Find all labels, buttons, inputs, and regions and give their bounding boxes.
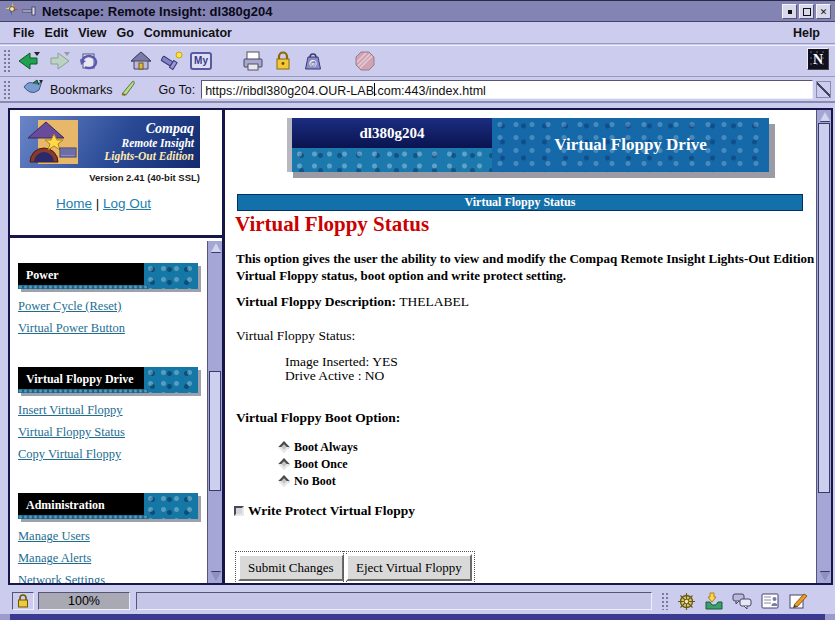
grip-handle[interactable] — [3, 80, 11, 98]
resize-corner[interactable] — [825, 614, 835, 620]
write-protect-checkbox[interactable] — [234, 506, 244, 516]
status-label: Virtual Floppy Status: — [236, 328, 355, 344]
status-bar: 100% — [0, 588, 835, 614]
nav-section-administration: Administration — [18, 493, 198, 519]
brand-text: Compaq Remote Insight Lights-Out Edition — [78, 116, 200, 168]
stop-icon[interactable] — [350, 47, 380, 75]
status-drive-active: Drive Active : NO — [285, 368, 384, 384]
sidebar-link-network-settings[interactable]: Network Settings — [18, 573, 105, 583]
netscape-logo[interactable]: N — [807, 48, 829, 70]
radio-icon — [278, 458, 289, 469]
print-icon[interactable] — [238, 47, 268, 75]
sidebar-nav-frame: Power Power Cycle (Reset) Virtual Power … — [10, 241, 207, 583]
home-link[interactable]: Home — [56, 196, 92, 211]
minimize-button[interactable] — [782, 4, 797, 19]
sidebar-top-frame: Compaq Remote Insight Lights-Out Edition… — [10, 110, 222, 238]
titlebar[interactable]: Netscape: Remote Insight: dl380g204 ✕ — [0, 0, 835, 22]
grip-handle[interactable] — [3, 49, 11, 73]
description-label: Virtual Floppy Description: — [236, 294, 396, 309]
quill-icon[interactable] — [119, 79, 137, 101]
eject-virtual-floppy-button[interactable]: Eject Virtual Floppy — [346, 554, 472, 581]
back-icon[interactable] — [14, 47, 44, 75]
session-links: Home | Log Out — [56, 196, 151, 211]
radio-boot-always[interactable]: Boot Always — [280, 440, 358, 454]
submit-changes-button[interactable]: Submit Changes — [238, 554, 344, 581]
main-frame: dl380g204 Virtual Floppy Drive Virtual F… — [225, 110, 816, 583]
mailbox-icon[interactable] — [700, 591, 728, 611]
window-title: Netscape: Remote Insight: dl380g204 — [42, 4, 272, 19]
radio-no-boot[interactable]: No Boot — [280, 474, 336, 488]
menu-communicator[interactable]: Communicator — [139, 24, 237, 42]
bookmarks-label[interactable]: Bookmarks — [50, 83, 113, 97]
scroll-down-icon[interactable] — [818, 570, 831, 583]
goto-label: Go To: — [159, 83, 196, 97]
scroll-up-icon[interactable] — [209, 241, 222, 254]
sidebar-link-manage-users[interactable]: Manage Users — [18, 529, 90, 544]
close-button[interactable]: ✕ — [816, 4, 831, 19]
menu-edit[interactable]: Edit — [40, 24, 74, 42]
menu-view[interactable]: View — [73, 24, 111, 42]
version-label: Version 2.41 (40-bit SSL) — [20, 172, 200, 183]
home-icon[interactable] — [126, 47, 156, 75]
radio-icon — [278, 475, 289, 486]
menu-go[interactable]: Go — [111, 24, 138, 42]
section-title-bar: Virtual Floppy Status — [237, 194, 803, 211]
frameset: Compaq Remote Insight Lights-Out Edition… — [8, 108, 833, 585]
scrollbar-thumb[interactable] — [209, 371, 221, 491]
window-bottom-edge — [0, 614, 835, 620]
page-banner: dl380g204 Virtual Floppy Drive — [287, 118, 769, 172]
banner-texture — [292, 148, 492, 172]
resize-corner[interactable] — [0, 614, 10, 620]
brand-graphic-icon — [24, 120, 78, 168]
scroll-up-icon[interactable] — [818, 110, 831, 123]
banner-page-title: Virtual Floppy Drive — [492, 135, 769, 155]
svg-text:@: @ — [310, 60, 317, 67]
app-pinwheel-icon — [4, 1, 20, 21]
bookmark-flag-icon[interactable] — [22, 79, 44, 101]
url-input[interactable] — [202, 83, 812, 100]
sidebar-link-copy-virtual-floppy[interactable]: Copy Virtual Floppy — [18, 447, 121, 462]
navigation-toolbar: My @ N — [0, 45, 835, 77]
scrollbar-thumb[interactable] — [818, 123, 830, 493]
my-netscape-icon[interactable]: My — [186, 47, 216, 75]
server-name: dl380g204 — [292, 118, 492, 148]
progress-indicator: 100% — [38, 592, 130, 610]
status-message-field — [136, 592, 652, 610]
description-value: THELABEL — [399, 294, 469, 309]
grip-handle[interactable] — [661, 592, 669, 610]
compaq-brand-logo: Compaq Remote Insight Lights-Out Edition — [20, 116, 200, 168]
menu-file[interactable]: File — [8, 24, 40, 42]
intro-paragraph: This option gives the user the ability t… — [236, 250, 816, 284]
scroll-down-icon[interactable] — [209, 570, 222, 583]
logout-link[interactable]: Log Out — [103, 196, 151, 211]
sidebar-link-insert-virtual-floppy[interactable]: Insert Virtual Floppy — [18, 403, 123, 418]
reload-icon[interactable] — [74, 47, 104, 75]
sidebar-link-virtual-power-button[interactable]: Virtual Power Button — [18, 321, 125, 336]
shop-icon[interactable]: @ — [298, 47, 328, 75]
nav-section-virtual-floppy: Virtual Floppy Drive — [18, 367, 198, 393]
menubar: File Edit View Go Communicator Help — [0, 23, 835, 44]
navigator-icon[interactable] — [672, 591, 700, 611]
sidebar-link-manage-alerts[interactable]: Manage Alerts — [18, 551, 91, 566]
discussions-icon[interactable] — [728, 591, 756, 611]
search-icon[interactable] — [156, 47, 186, 75]
address-book-icon[interactable] — [756, 591, 784, 611]
text-cursor — [374, 83, 375, 96]
main-scrollbar[interactable] — [816, 110, 831, 583]
page-title: Virtual Floppy Status — [235, 212, 429, 237]
boot-option-label: Virtual Floppy Boot Option: — [236, 410, 400, 426]
security-lock-icon[interactable] — [12, 592, 34, 610]
forward-icon[interactable] — [44, 47, 74, 75]
write-protect-label: Write Protect Virtual Floppy — [248, 503, 415, 519]
sidebar-link-power-cycle[interactable]: Power Cycle (Reset) — [18, 299, 121, 314]
maximize-button[interactable] — [799, 4, 814, 19]
url-history-dropdown-icon[interactable] — [816, 81, 831, 98]
composer-icon[interactable] — [784, 591, 812, 611]
sidebar-link-virtual-floppy-status[interactable]: Virtual Floppy Status — [18, 425, 125, 440]
radio-boot-once[interactable]: Boot Once — [280, 457, 348, 471]
security-icon[interactable] — [268, 47, 298, 75]
url-field-wrap — [201, 80, 813, 99]
component-bar — [658, 590, 812, 612]
menu-help[interactable]: Help — [788, 24, 825, 42]
sidebar-scrollbar[interactable] — [207, 241, 222, 583]
